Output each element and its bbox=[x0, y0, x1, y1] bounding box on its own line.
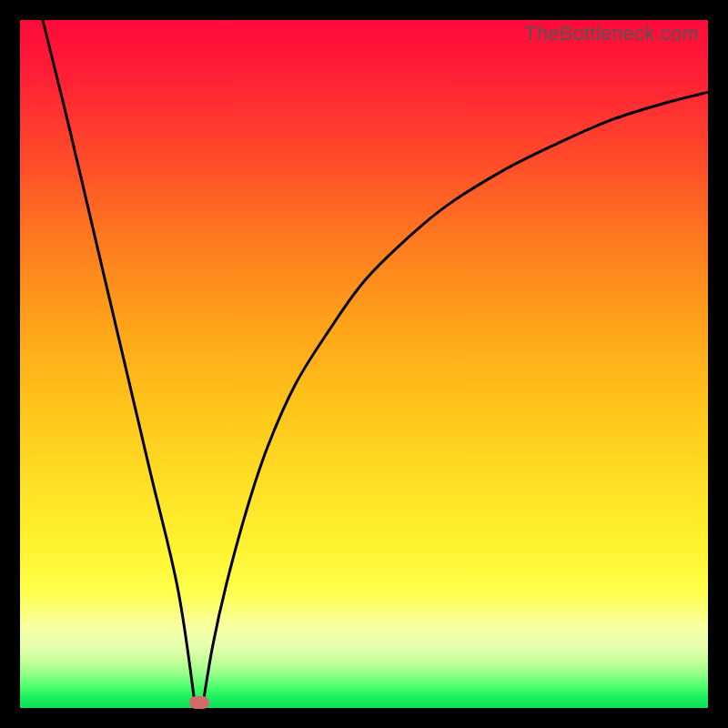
chart-frame: TheBottleneck.com bbox=[0, 0, 728, 728]
optimal-point-marker bbox=[189, 696, 209, 709]
bottleneck-curve-left bbox=[43, 20, 196, 708]
plot-area: TheBottleneck.com bbox=[20, 20, 708, 708]
bottleneck-curve-right bbox=[202, 92, 708, 708]
curve-layer bbox=[20, 20, 708, 708]
